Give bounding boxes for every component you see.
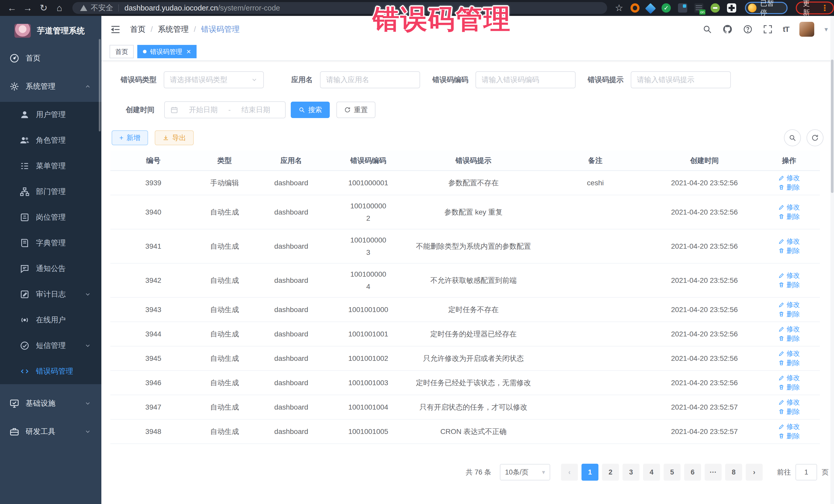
breadcrumb-home[interactable]: 首页 xyxy=(130,24,146,35)
edit-link[interactable]: 修改 xyxy=(778,422,800,431)
bookmark-star-icon[interactable]: ☆ xyxy=(615,3,623,13)
reset-button[interactable]: 重置 xyxy=(336,102,375,118)
edit-link[interactable]: 修改 xyxy=(778,271,800,280)
close-icon[interactable]: × xyxy=(186,48,191,56)
sidebar-logo[interactable]: 芋道管理系统 xyxy=(0,16,101,45)
security-label[interactable]: 不安全 xyxy=(91,3,113,13)
sidebar-item-home[interactable]: 首页 xyxy=(0,45,101,71)
browser-home-button[interactable]: ⌂ xyxy=(51,0,67,16)
font-size-icon[interactable]: tT xyxy=(783,25,789,34)
sidebar-item-posts[interactable]: 岗位管理 xyxy=(0,204,101,230)
edit-link[interactable]: 修改 xyxy=(778,203,800,212)
browser-forward-button[interactable]: → xyxy=(20,0,36,16)
page-button-5[interactable]: 5 xyxy=(664,464,681,481)
more-pages-button[interactable]: ··· xyxy=(705,464,722,481)
page-button-4[interactable]: 4 xyxy=(643,464,660,481)
error-type-select[interactable]: 请选择错误码类型 xyxy=(164,71,264,88)
app-name-input[interactable] xyxy=(320,71,420,88)
delete-link[interactable]: 删除 xyxy=(778,246,800,255)
extension-icon[interactable] xyxy=(645,3,656,14)
extension-stripe xyxy=(696,5,702,6)
delete-link[interactable]: 删除 xyxy=(778,358,800,368)
sidebar-item-label: 菜单管理 xyxy=(36,161,66,171)
help-icon[interactable] xyxy=(743,24,753,34)
search-icon[interactable] xyxy=(702,24,712,34)
export-button[interactable]: 导出 xyxy=(155,130,194,145)
sidebar-item-departments[interactable]: 部门管理 xyxy=(0,179,101,204)
table-row: 3946自动生成dashboard 1001001003 定时任务已经处于该状态… xyxy=(110,371,820,395)
sidebar-item-dev-tools[interactable]: 研发工具 xyxy=(0,418,101,446)
sidebar-item-audit-logs[interactable]: 审计日志 xyxy=(0,282,101,307)
extension-icon[interactable] xyxy=(678,3,687,13)
edit-link[interactable]: 修改 xyxy=(778,237,800,246)
edit-link[interactable]: 修改 xyxy=(778,174,800,182)
github-icon[interactable] xyxy=(722,24,733,35)
sidebar-item-system[interactable]: 系统管理 xyxy=(0,71,101,102)
breadcrumb-section[interactable]: 系统管理 xyxy=(158,24,189,35)
hamburger-icon[interactable] xyxy=(110,24,121,35)
sidebar-item-label: 用户管理 xyxy=(36,110,66,120)
pagination-goto: 前往 页 xyxy=(777,464,829,480)
error-code-input[interactable] xyxy=(476,71,576,88)
sidebar-item-notices[interactable]: 通知公告 xyxy=(0,256,101,282)
chevron-down-icon[interactable]: ▾ xyxy=(825,25,828,34)
extension-icon[interactable] xyxy=(631,3,640,13)
delete-link[interactable]: 删除 xyxy=(778,383,800,392)
show-search-button[interactable] xyxy=(784,129,801,146)
extension-icon[interactable]: ✓ xyxy=(662,3,671,13)
column-header: 创建时间 xyxy=(651,151,758,171)
add-button[interactable]: + 新增 xyxy=(112,130,148,145)
error-hint-input[interactable] xyxy=(631,71,731,88)
edit-link[interactable]: 修改 xyxy=(778,325,800,334)
avatar[interactable] xyxy=(799,22,814,37)
sidebar-item-dictionary[interactable]: 字典管理 xyxy=(0,230,101,256)
delete-link[interactable]: 删除 xyxy=(778,334,800,343)
page-button-8[interactable]: 8 xyxy=(725,464,742,481)
prev-page-button[interactable]: ‹ xyxy=(561,464,578,481)
sidebar-item-roles[interactable]: 角色管理 xyxy=(0,128,101,153)
sidebar-item-error-code[interactable]: 错误码管理 xyxy=(0,358,101,384)
page-scrollbar[interactable] xyxy=(830,16,834,504)
page-button-6[interactable]: 6 xyxy=(684,464,701,481)
sidebar-item-users[interactable]: 用户管理 xyxy=(0,102,101,128)
delete-link[interactable]: 删除 xyxy=(778,281,800,289)
page-size-select[interactable]: 10条/页 ▾ xyxy=(500,464,550,480)
url-bar[interactable]: 不安全 dashboard.yudao.iocoder.cn/system/er… xyxy=(72,2,607,14)
edit-link[interactable]: 修改 xyxy=(778,349,800,358)
scrollbar-thumb[interactable] xyxy=(831,60,833,193)
extension-icon[interactable]: on xyxy=(695,3,704,13)
next-page-button[interactable]: › xyxy=(746,464,763,481)
tag-error-code[interactable]: 错误码管理 × xyxy=(137,45,197,58)
refresh-table-button[interactable] xyxy=(807,129,824,146)
sidebar-item-online-users[interactable]: 在线用户 xyxy=(0,307,101,333)
edit-link[interactable]: 修改 xyxy=(778,300,800,309)
browser-reload-button[interactable]: ↻ xyxy=(36,0,51,16)
browser-menu-icon[interactable]: ⋮ xyxy=(821,3,829,13)
edit-link[interactable]: 修改 xyxy=(778,398,800,407)
sidebar-scrollbar[interactable] xyxy=(99,39,101,131)
puzzle-extensions-icon[interactable] xyxy=(727,3,736,13)
browser-profile-chip[interactable]: 已暂停 xyxy=(745,2,788,14)
delete-link[interactable]: 删除 xyxy=(778,432,800,441)
goto-page-input[interactable] xyxy=(795,464,817,480)
browser-back-button[interactable]: ← xyxy=(4,0,20,16)
date-range-picker[interactable]: 开始日期 - 结束日期 xyxy=(164,101,286,118)
extension-icon[interactable] xyxy=(710,3,720,13)
briefcase-icon xyxy=(9,426,20,437)
tag-home[interactable]: 首页 xyxy=(110,45,134,58)
browser-update-button[interactable]: 更新 ⋮ xyxy=(796,2,834,14)
edit-link[interactable]: 修改 xyxy=(778,373,800,382)
fullscreen-icon[interactable] xyxy=(763,24,773,34)
search-button[interactable]: 搜索 xyxy=(291,102,330,118)
page-button-3[interactable]: 3 xyxy=(622,464,639,481)
delete-link[interactable]: 删除 xyxy=(778,310,800,319)
sidebar-item-infrastructure[interactable]: 基础设施 xyxy=(0,389,101,418)
pencil-icon xyxy=(778,351,785,357)
page-button-1[interactable]: 1 xyxy=(581,464,598,481)
delete-link[interactable]: 删除 xyxy=(778,183,800,192)
sidebar-item-menus[interactable]: 菜单管理 xyxy=(0,153,101,179)
page-button-2[interactable]: 2 xyxy=(602,464,619,481)
delete-link[interactable]: 删除 xyxy=(778,407,800,416)
sidebar-item-sms[interactable]: 短信管理 xyxy=(0,333,101,358)
delete-link[interactable]: 删除 xyxy=(778,212,800,221)
